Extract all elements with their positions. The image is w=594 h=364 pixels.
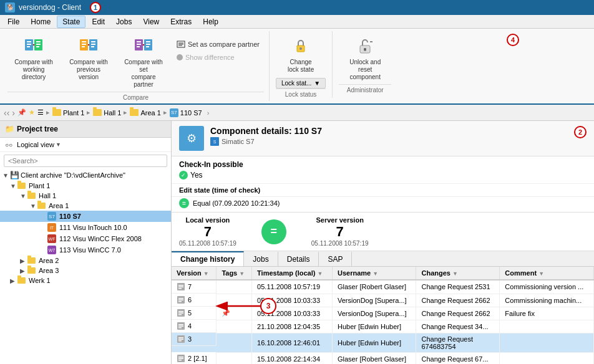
table-row[interactable]: 7 05.11.2008 10:57:19 Glaser [Robert Gla… (172, 280, 594, 294)
annotation-badge-2: 2 (574, 126, 587, 138)
sidebar-header: 📁 Project tree (0, 121, 171, 138)
cell-changes: Change Request 2662 (416, 307, 500, 320)
area1-folder-icon (130, 109, 139, 116)
tree-item-archive[interactable]: ▼ 💾 Client archive "D:\vdClientArchive" (0, 170, 171, 181)
table-row[interactable]: 4 21.10.2008 12:04:35 Huber [Edwin Huber… (172, 320, 594, 333)
menu-edit[interactable]: Edit (87, 16, 110, 27)
cell-username: Glaser [Robert Glaser] (332, 352, 416, 364)
tree-item-112wincc[interactable]: WF 112 Visu WinCC Flex 2008 (0, 233, 171, 244)
tree-item-area2[interactable]: ▶ Area 2 (0, 256, 171, 266)
cell-username: Glaser [Robert Glaser] (332, 280, 416, 294)
cell-changes: Change Request 67... (416, 352, 500, 364)
cell-version: 3 (172, 333, 217, 346)
breadcrumb-pin[interactable]: 📌 (17, 108, 26, 117)
menu-file[interactable]: File (2, 16, 24, 27)
tree-item-plant1[interactable]: ▼ Plant 1 (0, 181, 171, 191)
lock-state-dropdown[interactable]: Lock stat... ▼ (276, 78, 326, 89)
compare-set-partner-button[interactable]: Compare with setcompare partner (117, 34, 170, 92)
breadcrumb-forward[interactable]: › (12, 108, 15, 118)
menu-extras[interactable]: Extras (165, 16, 197, 27)
table-row[interactable]: 2 [2.1] 15.10.2008 22:14:34 Glaser [Robe… (172, 352, 594, 364)
tree-item-110s7[interactable]: S7 110 S7 (0, 211, 171, 222)
svg-rect-23 (146, 41, 150, 42)
svg-point-36 (364, 49, 366, 50)
tree-item-area3[interactable]: ▶ Area 3 (0, 266, 171, 275)
breadcrumb-more: › (207, 109, 210, 117)
breadcrumb-hall1[interactable]: Hall 1 (93, 109, 121, 117)
werk1-expand: ▶ (10, 277, 16, 284)
logical-view-dropdown-arrow: ▼ (56, 141, 61, 148)
component-large-icon: ⚙ (179, 126, 204, 151)
table-row[interactable]: 3 16.10.2008 12:46:01 Huber [Edwin Huber… (172, 333, 594, 352)
breadcrumb-110s7[interactable]: S7 110 S7 (170, 108, 202, 117)
menu-home[interactable]: Home (26, 16, 56, 27)
werk1-label: Werk 1 (29, 277, 51, 284)
col-comment[interactable]: Comment ▼ (500, 267, 594, 280)
col-tags[interactable]: Tags ▼ (217, 267, 252, 280)
component-type: S Simatic S7 (210, 137, 322, 146)
col-changes[interactable]: Changes ▼ (416, 267, 500, 280)
sidebar-view-selector: ○○ Logical view ▼ (0, 138, 171, 152)
cell-tags: 📌 (217, 307, 252, 320)
table-row[interactable]: 6 05.11.2008 10:03:33 VersionDog [Supera… (172, 294, 594, 307)
svg-rect-14 (91, 41, 95, 42)
menu-state[interactable]: State (57, 16, 85, 28)
main-content: 📁 Project tree ○○ Logical view ▼ ▼ 💾 Cli… (0, 121, 594, 364)
compare-group-label: Compare (7, 92, 264, 101)
tab-details[interactable]: Details (278, 251, 319, 266)
show-difference-label: Show difference (185, 54, 235, 61)
show-difference-button[interactable]: Show difference (172, 51, 264, 64)
compare-prev-icon (79, 37, 99, 57)
lock-icon (291, 37, 311, 57)
svg-rect-19 (137, 41, 141, 42)
component-header: ⚙ Component details: 110 S7 S Simatic S7… (172, 121, 594, 156)
menu-help[interactable]: Help (198, 16, 223, 27)
112wincc-label: 112 Visu WinCC Flex 2008 (59, 235, 142, 242)
tree-item-111visu[interactable]: IT 111 Visu InTouch 10.0 (0, 222, 171, 233)
cell-version: 5 (172, 307, 217, 320)
tree-item-hall1[interactable]: ▼ Hall 1 (0, 191, 171, 201)
breadcrumb-sep4: ▸ (163, 108, 167, 117)
search-input[interactable] (4, 155, 167, 167)
tree-item-area1[interactable]: ▼ Area 1 (0, 201, 171, 211)
svg-rect-43 (178, 300, 183, 301)
title-bar: 🐕 versiondog - Client 1 (0, 0, 594, 15)
menu-view[interactable]: View (138, 16, 164, 27)
col-version[interactable]: Version ▼ (172, 267, 217, 280)
tree-item-113wincc[interactable]: W7 113 Visu WinCC 7.0 (0, 244, 171, 256)
tab-sap[interactable]: SAP (319, 251, 352, 266)
col-username[interactable]: Username ▼ (332, 267, 416, 280)
menu-jobs[interactable]: Jobs (111, 16, 137, 27)
logical-view-button[interactable]: Logical view ▼ (15, 140, 63, 149)
plant1-folder-icon (52, 109, 61, 116)
area2-folder-icon (27, 257, 36, 264)
tab-jobs[interactable]: Jobs (244, 251, 278, 266)
set-compare-partner-button[interactable]: Set as compare partner (172, 37, 264, 51)
tab-change-history[interactable]: Change history (172, 251, 244, 266)
annotation-badge-4: 4 (507, 34, 519, 46)
cell-comment: Failure fix (500, 307, 594, 320)
svg-rect-47 (178, 313, 183, 314)
compare-working-directory-label: Compare withworking directory (12, 59, 56, 81)
breadcrumb-list[interactable]: ☰ (37, 108, 44, 117)
svg-rect-6 (36, 44, 41, 45)
tree-item-werk1[interactable]: ▶ Werk 1 (0, 275, 171, 285)
unlock-reset-button[interactable]: Unlock and resetcomponent (339, 34, 391, 84)
breadcrumb-star[interactable]: ★ (29, 108, 35, 117)
svg-rect-2 (27, 44, 31, 45)
compare-working-directory-button[interactable]: Compare withworking directory (7, 34, 60, 84)
breadcrumb-plant1[interactable]: Plant 1 (52, 109, 84, 117)
breadcrumb-area1[interactable]: Area 1 (130, 109, 160, 117)
breadcrumb-back[interactable]: ‹‹ (4, 108, 9, 118)
werk1-folder-icon (17, 277, 26, 284)
lock-state-label: Lock stat... (281, 80, 311, 87)
svg-rect-10 (82, 41, 86, 42)
change-lock-state-button[interactable]: Changelock state (281, 34, 321, 77)
compare-previous-version-button[interactable]: Compare withprevious version (62, 34, 115, 84)
checkin-value-row: ✓ Yes (179, 171, 587, 180)
breadcrumb-sep1: ▸ (46, 108, 50, 117)
111visu-label: 111 Visu InTouch 10.0 (59, 224, 127, 231)
table-row[interactable]: 5 📌 05.11.2008 10:03:33 VersionDog [Supe… (172, 307, 594, 320)
sidebar-title: Project tree (17, 125, 58, 133)
col-timestamp[interactable]: Timestamp (local) ▼ (252, 267, 333, 280)
